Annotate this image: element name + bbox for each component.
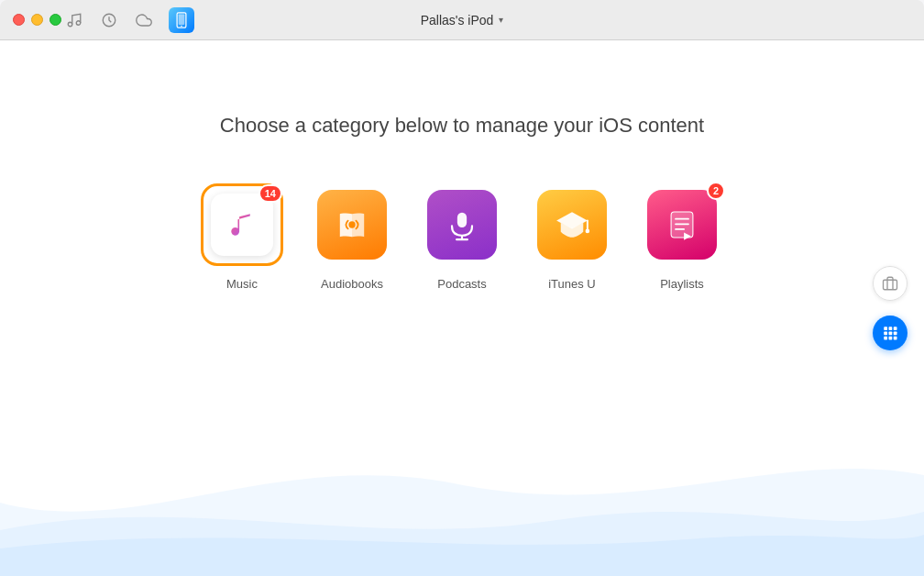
svg-point-1: [76, 20, 81, 25]
playlists-badge: 2: [707, 182, 725, 200]
titlebar: Pallas's iPod ▾: [0, 0, 924, 40]
category-item-playlists[interactable]: 2 Playlists: [641, 183, 723, 291]
svg-rect-24: [884, 332, 887, 336]
itunes-u-icon: [537, 190, 607, 260]
playlists-icon-wrapper: 2: [641, 183, 723, 266]
itunes-u-label: iTunes U: [548, 277, 596, 291]
audiobooks-icon: [317, 190, 387, 260]
maximize-button[interactable]: [50, 14, 61, 26]
svg-rect-20: [884, 280, 897, 290]
music-note-icon[interactable]: [64, 10, 84, 30]
main-content: Choose a category below to manage your i…: [0, 40, 924, 576]
audiobooks-icon-wrapper: [311, 183, 393, 266]
category-item-audiobooks[interactable]: Audiobooks: [311, 183, 393, 291]
clock-icon[interactable]: [99, 10, 119, 30]
category-item-music[interactable]: 14 Music: [201, 183, 283, 291]
titlebar-icons: [64, 7, 194, 33]
audiobooks-label: Audiobooks: [321, 277, 383, 291]
svg-rect-7: [457, 213, 467, 227]
svg-point-5: [181, 25, 182, 27]
podcasts-icon: [427, 190, 497, 260]
podcasts-icon-wrapper: [421, 183, 503, 266]
category-grid: 14 Music: [201, 183, 723, 291]
playlists-label: Playlists: [660, 277, 704, 291]
minimize-button[interactable]: [31, 14, 43, 26]
titlebar-title[interactable]: Pallas's iPod ▾: [421, 13, 504, 28]
music-icon: [211, 194, 273, 256]
svg-rect-4: [179, 14, 185, 24]
svg-rect-27: [884, 337, 887, 340]
podcasts-label: Podcasts: [437, 277, 486, 291]
sidebar-right: [873, 266, 908, 350]
svg-rect-21: [884, 327, 887, 330]
svg-point-13: [586, 229, 590, 234]
svg-point-6: [348, 221, 355, 227]
close-button[interactable]: [13, 14, 25, 26]
svg-rect-26: [894, 332, 897, 336]
device-icon[interactable]: [169, 7, 194, 33]
briefcase-button[interactable]: [873, 266, 908, 301]
cloud-icon[interactable]: [134, 10, 154, 30]
svg-rect-25: [889, 332, 893, 336]
wave-background: [0, 393, 924, 576]
music-label: Music: [226, 277, 258, 291]
category-item-itunes-u[interactable]: iTunes U: [531, 183, 613, 291]
grid-button[interactable]: [873, 316, 908, 350]
svg-rect-28: [889, 337, 893, 340]
music-badge: 14: [258, 184, 282, 203]
svg-rect-29: [894, 337, 897, 340]
itunes-u-icon-wrapper: [531, 183, 613, 266]
svg-rect-23: [894, 327, 897, 330]
svg-rect-22: [889, 327, 893, 330]
page-heading: Choose a category below to manage your i…: [220, 114, 704, 138]
category-item-podcasts[interactable]: Podcasts: [421, 183, 503, 291]
traffic-lights: [13, 14, 61, 26]
svg-point-0: [68, 22, 72, 27]
playlists-icon: [647, 190, 717, 260]
dropdown-arrow-icon: ▾: [499, 15, 503, 25]
device-title: Pallas's iPod: [421, 13, 494, 28]
music-icon-wrapper: 14: [201, 183, 283, 266]
